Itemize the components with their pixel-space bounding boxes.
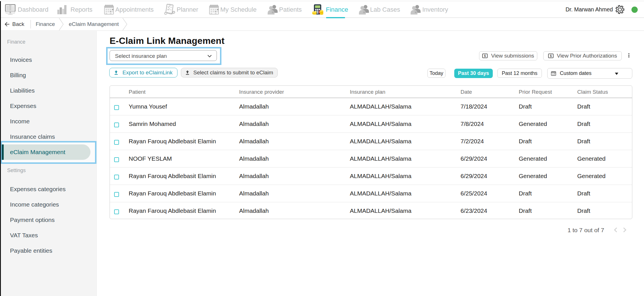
svg-text:$: $ — [550, 54, 552, 58]
svg-text:$: $ — [484, 54, 486, 58]
